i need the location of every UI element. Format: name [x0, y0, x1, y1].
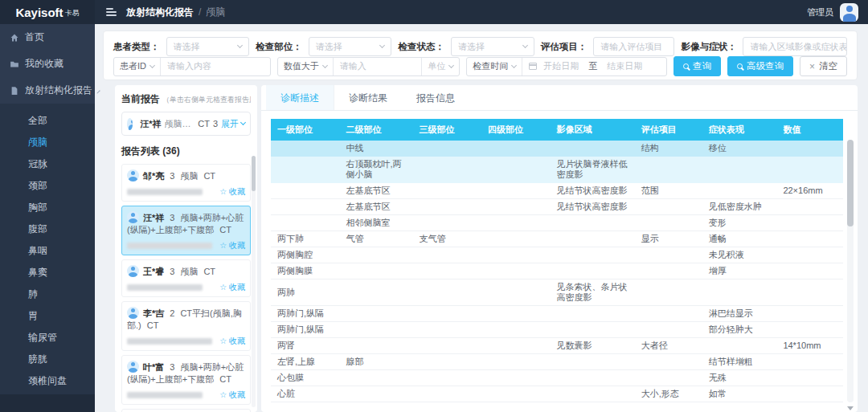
- table-cell[interactable]: [339, 279, 412, 306]
- table-cell[interactable]: [550, 231, 634, 247]
- table-cell[interactable]: 两肺门,纵隔: [271, 306, 339, 322]
- table-cell[interactable]: [481, 322, 550, 338]
- sidebar-item-structured-reports[interactable]: 放射结构化报告: [0, 77, 95, 104]
- tab-diagnosis-result[interactable]: 诊断结果: [334, 85, 402, 110]
- table-cell[interactable]: [635, 306, 702, 322]
- table-cell[interactable]: [481, 157, 550, 183]
- table-cell[interactable]: [635, 157, 702, 183]
- table-cell[interactable]: 部分轻肿大: [702, 322, 777, 338]
- table-cell[interactable]: [413, 199, 481, 215]
- advanced-query-button[interactable]: 高级查询: [727, 56, 793, 76]
- report-list-item[interactable]: 王*睿3颅脑CT☆ 收藏: [121, 259, 251, 297]
- table-cell[interactable]: [776, 141, 843, 157]
- table-cell[interactable]: [271, 157, 339, 183]
- table-cell[interactable]: 腺部: [339, 354, 412, 370]
- table-cell[interactable]: 大者径: [635, 338, 702, 354]
- table-cell[interactable]: [702, 157, 777, 183]
- table-cell[interactable]: [776, 231, 843, 247]
- sidebar-subitem-2[interactable]: 颅脑: [0, 132, 95, 153]
- table-cell[interactable]: 相邻侧脑室: [339, 215, 412, 231]
- table-cell[interactable]: [635, 247, 702, 263]
- table-cell[interactable]: 中线: [339, 141, 412, 157]
- table-cell[interactable]: [635, 279, 702, 306]
- table-cell[interactable]: [635, 354, 702, 370]
- unit-select[interactable]: 单位: [421, 58, 459, 75]
- breadcrumb-root[interactable]: 放射结构化报告: [126, 6, 194, 19]
- favorite-link[interactable]: ☆ 收藏: [219, 239, 245, 251]
- table-cell[interactable]: [481, 231, 550, 247]
- table-cell[interactable]: [635, 322, 702, 338]
- sidebar-subitem-5[interactable]: 胸部: [0, 197, 95, 218]
- table-cell[interactable]: [702, 183, 777, 199]
- table-cell[interactable]: 两侧胸膜: [271, 263, 339, 279]
- table-cell[interactable]: [702, 279, 777, 306]
- table-cell[interactable]: [776, 247, 843, 263]
- table-cell[interactable]: [481, 279, 550, 306]
- patient-id-select[interactable]: 患者ID: [114, 58, 161, 75]
- sidebar-subitem-11[interactable]: 输尿管: [0, 327, 95, 349]
- value-input[interactable]: 请输入: [334, 60, 422, 72]
- table-cell[interactable]: 心脏: [271, 386, 339, 402]
- table-cell[interactable]: [413, 322, 481, 338]
- exam-status-select[interactable]: 请选择: [451, 37, 534, 56]
- table-cell[interactable]: [339, 338, 412, 354]
- start-date-input[interactable]: 开始日期: [537, 60, 585, 72]
- table-cell[interactable]: [550, 141, 634, 157]
- tab-report-info[interactable]: 报告信息: [402, 85, 469, 110]
- table-cell[interactable]: 14*10mm: [776, 338, 843, 354]
- table-cell[interactable]: [413, 263, 481, 279]
- table-cell[interactable]: [550, 263, 634, 279]
- table-cell[interactable]: [481, 354, 550, 370]
- table-cell[interactable]: 见条索状、条片状高密度影: [550, 279, 634, 306]
- expand-link[interactable]: 展开: [221, 118, 245, 130]
- table-cell[interactable]: 见数囊影: [550, 338, 634, 354]
- table-cell[interactable]: [550, 322, 634, 338]
- table-cell[interactable]: [481, 338, 550, 354]
- table-cell[interactable]: 22×16mm: [776, 183, 843, 199]
- table-cell[interactable]: [413, 338, 481, 354]
- table-cell[interactable]: 两侧胸腔: [271, 247, 339, 263]
- table-cell[interactable]: [413, 183, 481, 199]
- patient-id-input[interactable]: 请输入内容: [161, 60, 218, 72]
- user-name[interactable]: 管理员: [807, 6, 833, 18]
- sidebar-subitem-1[interactable]: 全部: [0, 110, 95, 132]
- table-cell[interactable]: 如常: [702, 386, 777, 402]
- table-cell[interactable]: [550, 215, 634, 231]
- table-cell[interactable]: 见结节状高密度影: [550, 199, 634, 215]
- table-cell[interactable]: [776, 263, 843, 279]
- table-cell[interactable]: [339, 322, 412, 338]
- table-cell[interactable]: [339, 247, 412, 263]
- sidebar-subitem-7[interactable]: 鼻咽: [0, 240, 95, 262]
- table-cell[interactable]: [271, 199, 339, 215]
- table-cell[interactable]: 支气管: [413, 231, 481, 247]
- table-cell[interactable]: [635, 199, 702, 215]
- table-cell[interactable]: [271, 183, 339, 199]
- table-cell[interactable]: [481, 386, 550, 402]
- table-cell[interactable]: [481, 183, 550, 199]
- sidebar-subitem-6[interactable]: 腹部: [0, 218, 95, 240]
- assessment-item-input[interactable]: 请输入评估项目: [593, 37, 674, 56]
- table-cell[interactable]: [776, 386, 843, 402]
- table-cell[interactable]: [776, 306, 843, 322]
- table-cell[interactable]: 两肺门,纵隔: [271, 322, 339, 338]
- report-list-item[interactable]: 周*慧1颅脑CT☆ 收藏: [121, 409, 251, 412]
- table-cell[interactable]: [776, 157, 843, 183]
- table-cell[interactable]: 淋巴结显示: [702, 306, 777, 322]
- patient-type-select[interactable]: 请选择: [166, 37, 250, 56]
- table-cell[interactable]: 左基底节区: [339, 199, 412, 215]
- table-cell[interactable]: 左基底节区: [339, 183, 412, 199]
- sidebar-item-favorites[interactable]: 我的收藏: [0, 51, 95, 77]
- end-date-input[interactable]: 结束日期: [600, 60, 649, 72]
- report-list-item[interactable]: 邹*亮3颅脑CT☆ 收藏: [121, 164, 251, 202]
- table-cell[interactable]: [413, 370, 481, 386]
- time-type-select[interactable]: 检查时间: [467, 58, 522, 75]
- table-cell[interactable]: 无殊: [702, 370, 777, 386]
- table-cell[interactable]: [702, 338, 777, 354]
- table-cell[interactable]: [481, 306, 550, 322]
- table-cell[interactable]: 气管: [339, 231, 412, 247]
- table-cell[interactable]: [635, 370, 702, 386]
- table-cell[interactable]: 变形: [702, 215, 777, 231]
- report-list-item[interactable]: 李*吉2CT平扫(颅脑,胸部.)CT☆ 收藏: [121, 301, 251, 351]
- table-cell[interactable]: 心包膜: [271, 370, 339, 386]
- table-cell[interactable]: [481, 370, 550, 386]
